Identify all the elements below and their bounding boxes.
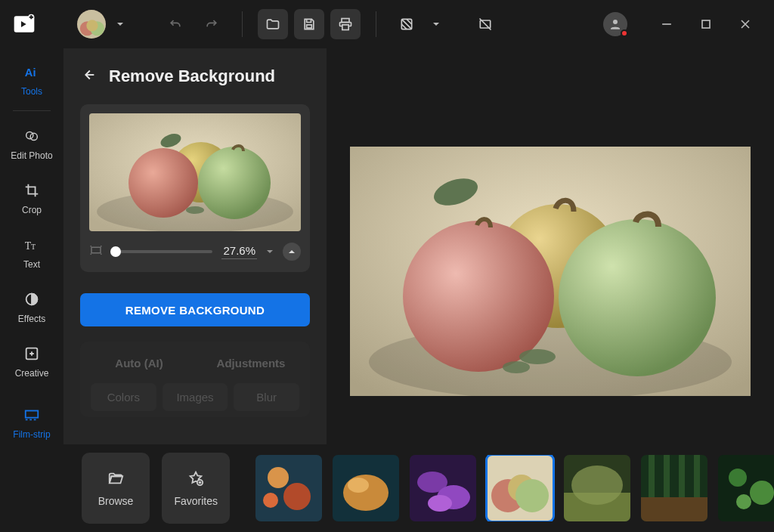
rail-separator — [13, 110, 51, 111]
side-panel: Remove Background — [63, 48, 327, 444]
left-rail: Ai Tools Edit Photo Crop TT Text Effects… — [0, 48, 63, 444]
app-logo — [12, 12, 36, 36]
film-strip: Browse Favorites — [0, 444, 774, 532]
fit-to-screen-icon[interactable] — [89, 243, 103, 260]
svg-point-64 — [750, 481, 774, 505]
subtab-images[interactable]: Images — [163, 383, 228, 411]
preview-card: 27.6% — [80, 104, 310, 272]
svg-point-39 — [268, 467, 289, 488]
rail-item-effects[interactable]: Effects — [0, 280, 63, 335]
favorites-button[interactable]: Favorites — [162, 453, 230, 524]
window-close[interactable] — [729, 8, 762, 41]
svg-rect-8 — [342, 25, 348, 30]
save-button[interactable] — [294, 9, 324, 39]
subtab-colors[interactable]: Colors — [91, 383, 156, 411]
window-maximize[interactable] — [689, 8, 723, 41]
top-thumbnail-dropdown[interactable] — [116, 17, 124, 31]
folder-open-icon — [107, 470, 124, 489]
top-thumbnail[interactable] — [77, 10, 106, 39]
star-plus-icon — [187, 470, 204, 489]
zoom-slider[interactable] — [112, 250, 212, 253]
print-button[interactable] — [330, 9, 361, 39]
svg-point-65 — [736, 494, 751, 509]
thumb-2[interactable] — [333, 455, 399, 521]
crop-icon — [0, 181, 63, 200]
open-button[interactable] — [258, 9, 288, 39]
rail-label: Crop — [22, 205, 42, 215]
transparency-button[interactable] — [392, 9, 422, 39]
subtab-blur[interactable]: Blur — [234, 383, 299, 411]
svg-point-63 — [729, 469, 747, 487]
svg-point-41 — [263, 493, 278, 508]
effects-icon — [0, 289, 63, 309]
rail-label: Effects — [18, 314, 45, 324]
rail-item-crop[interactable]: Crop — [0, 172, 63, 226]
svg-point-33 — [559, 219, 716, 376]
thumb-4[interactable] — [487, 455, 553, 521]
creative-icon — [0, 344, 63, 363]
svg-point-27 — [186, 206, 204, 214]
svg-rect-12 — [702, 20, 710, 28]
zoom-dropdown[interactable] — [266, 245, 274, 258]
top-toolbar — [0, 0, 774, 48]
rail-item-filmstrip[interactable]: Film-strip — [0, 396, 63, 444]
zoom-controls: 27.6% — [89, 240, 301, 263]
thumb-5[interactable] — [564, 455, 630, 521]
svg-text:Ai: Ai — [25, 66, 36, 79]
button-label: REMOVE BACKGROUND — [125, 304, 265, 317]
canvas-image[interactable] — [350, 147, 751, 396]
rail-item-edit-photo[interactable]: Edit Photo — [0, 117, 63, 172]
card-label: Favorites — [174, 495, 218, 507]
rail-item-creative[interactable]: Creative — [0, 335, 63, 389]
tab-auto-ai[interactable]: Auto (AI) — [83, 352, 195, 380]
canvas-area[interactable] — [327, 48, 774, 444]
thumb-6[interactable] — [641, 455, 707, 521]
svg-point-15 — [30, 133, 37, 140]
thumb-7[interactable] — [718, 455, 774, 521]
svg-point-25 — [198, 147, 271, 219]
svg-point-55 — [571, 466, 623, 505]
zoom-stepper[interactable] — [283, 243, 301, 261]
browse-button[interactable]: Browse — [82, 453, 150, 524]
thumb-3[interactable] — [410, 455, 476, 521]
preview-image — [89, 113, 301, 231]
thumbnail-list — [255, 455, 774, 521]
undo-button[interactable] — [160, 9, 190, 39]
compare-off-button[interactable] — [470, 9, 500, 39]
text-icon: TT — [0, 235, 63, 255]
account-avatar[interactable] — [603, 12, 627, 36]
remove-background-button[interactable]: REMOVE BACKGROUND — [80, 293, 310, 326]
window-minimize[interactable] — [650, 8, 683, 41]
svg-point-11 — [613, 20, 618, 24]
rail-label: Creative — [15, 368, 49, 379]
rail-label: Film-strip — [13, 429, 50, 440]
svg-point-24 — [128, 148, 198, 218]
svg-rect-61 — [641, 497, 707, 521]
notification-dot-icon — [621, 29, 628, 37]
filmstrip-icon — [0, 405, 63, 425]
svg-point-14 — [26, 132, 33, 139]
svg-point-32 — [403, 221, 554, 372]
svg-point-48 — [428, 495, 452, 512]
panel-title: Remove Background — [109, 66, 275, 86]
redo-button[interactable] — [197, 9, 227, 39]
options-tabs: Auto (AI) Adjustments Colors Images Blur — [80, 342, 310, 417]
rail-label: Text — [23, 259, 40, 270]
svg-rect-6 — [307, 25, 312, 28]
tab-adjustments[interactable]: Adjustments — [195, 352, 307, 380]
toolbar-separator — [376, 11, 376, 37]
rail-item-tools[interactable]: Ai Tools — [0, 53, 63, 107]
back-button[interactable] — [80, 66, 97, 86]
main-area: Ai Tools Edit Photo Crop TT Text Effects… — [0, 48, 774, 444]
rail-item-text[interactable]: TT Text — [0, 226, 63, 280]
card-label: Browse — [98, 495, 134, 507]
rail-label: Tools — [21, 86, 42, 97]
svg-point-52 — [515, 479, 549, 512]
svg-point-35 — [519, 349, 556, 364]
toolbar-separator — [242, 11, 243, 37]
transparency-dropdown[interactable] — [432, 17, 440, 31]
ai-icon: Ai — [0, 62, 63, 82]
zoom-value[interactable]: 27.6% — [221, 244, 257, 259]
svg-point-36 — [503, 361, 530, 373]
thumb-1[interactable] — [255, 455, 322, 521]
